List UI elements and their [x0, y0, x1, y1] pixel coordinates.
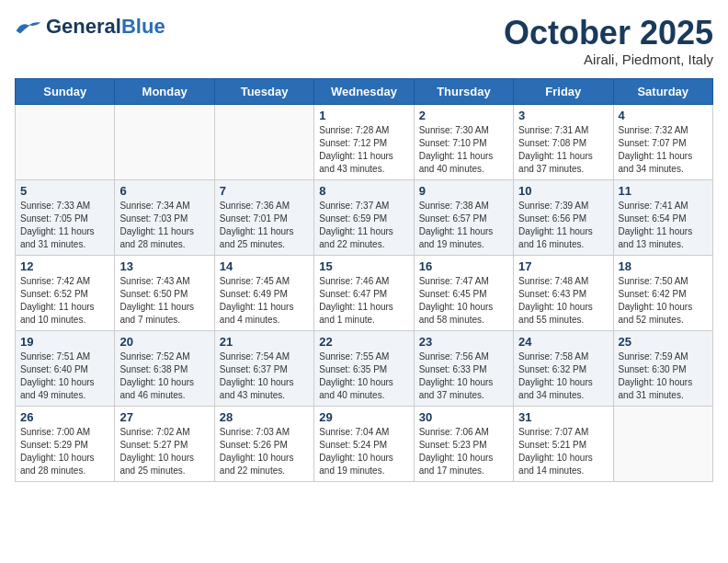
calendar-cell: 25Sunrise: 7:59 AM Sunset: 6:30 PM Dayli…: [613, 330, 712, 406]
day-info: Sunrise: 7:43 AM Sunset: 6:50 PM Dayligh…: [119, 275, 209, 327]
title-area: October 2025 Airali, Piedmont, Italy: [504, 15, 713, 67]
day-number: 4: [619, 109, 708, 122]
day-number: 8: [319, 184, 408, 198]
location-subtitle: Airali, Piedmont, Italy: [504, 52, 713, 67]
day-info: Sunrise: 7:00 AM Sunset: 5:29 PM Dayligh…: [20, 426, 109, 477]
day-info: Sunrise: 7:38 AM Sunset: 6:57 PM Dayligh…: [419, 200, 508, 251]
bird-icon: [15, 18, 42, 35]
calendar-week-row: 12Sunrise: 7:42 AM Sunset: 6:52 PM Dayli…: [16, 255, 713, 330]
calendar-cell: 22Sunrise: 7:55 AM Sunset: 6:35 PM Dayli…: [314, 330, 414, 406]
day-info: Sunrise: 7:31 AM Sunset: 7:08 PM Dayligh…: [518, 124, 608, 176]
month-title: October 2025: [504, 15, 713, 52]
calendar-cell: 18Sunrise: 7:50 AM Sunset: 6:42 PM Dayli…: [613, 255, 712, 330]
day-number: 31: [518, 410, 608, 424]
calendar-cell: 19Sunrise: 7:51 AM Sunset: 6:40 PM Dayli…: [16, 330, 115, 406]
calendar-cell: 31Sunrise: 7:07 AM Sunset: 5:21 PM Dayli…: [514, 406, 613, 481]
calendar-cell: 16Sunrise: 7:47 AM Sunset: 6:45 PM Dayli…: [414, 255, 513, 330]
calendar-cell: 23Sunrise: 7:56 AM Sunset: 6:33 PM Dayli…: [414, 330, 513, 406]
calendar-cell: 4Sunrise: 7:32 AM Sunset: 7:07 PM Daylig…: [613, 104, 712, 179]
day-number: 18: [619, 259, 708, 273]
calendar-cell: 21Sunrise: 7:54 AM Sunset: 6:37 PM Dayli…: [214, 330, 313, 406]
day-number: 16: [419, 259, 508, 273]
weekday-header-friday: Friday: [514, 78, 613, 104]
day-number: 30: [419, 410, 508, 424]
day-info: Sunrise: 7:39 AM Sunset: 6:56 PM Dayligh…: [518, 200, 608, 251]
calendar-table: SundayMondayTuesdayWednesdayThursdayFrid…: [15, 78, 713, 482]
calendar-cell: 15Sunrise: 7:46 AM Sunset: 6:47 PM Dayli…: [314, 255, 414, 330]
calendar-cell: 13Sunrise: 7:43 AM Sunset: 6:50 PM Dayli…: [115, 255, 214, 330]
day-info: Sunrise: 7:45 AM Sunset: 6:49 PM Dayligh…: [220, 275, 309, 327]
calendar-cell: 8Sunrise: 7:37 AM Sunset: 6:59 PM Daylig…: [314, 179, 414, 255]
day-number: 24: [518, 335, 608, 349]
calendar-cell: 20Sunrise: 7:52 AM Sunset: 6:38 PM Dayli…: [115, 330, 214, 406]
weekday-header-wednesday: Wednesday: [314, 78, 414, 104]
day-number: 19: [20, 335, 109, 349]
calendar-week-row: 5Sunrise: 7:33 AM Sunset: 7:05 PM Daylig…: [16, 179, 713, 255]
day-info: Sunrise: 7:04 AM Sunset: 5:24 PM Dayligh…: [319, 426, 408, 477]
calendar-cell: 26Sunrise: 7:00 AM Sunset: 5:29 PM Dayli…: [16, 406, 115, 481]
day-number: 10: [518, 184, 608, 198]
weekday-header-monday: Monday: [115, 78, 214, 104]
calendar-cell: 10Sunrise: 7:39 AM Sunset: 6:56 PM Dayli…: [514, 179, 613, 255]
calendar-cell: 1Sunrise: 7:28 AM Sunset: 7:12 PM Daylig…: [314, 104, 414, 179]
day-number: 21: [220, 335, 309, 349]
day-info: Sunrise: 7:30 AM Sunset: 7:10 PM Dayligh…: [419, 124, 508, 176]
logo: GeneralBlue: [15, 15, 165, 39]
calendar-cell: 2Sunrise: 7:30 AM Sunset: 7:10 PM Daylig…: [414, 104, 513, 179]
calendar-week-row: 19Sunrise: 7:51 AM Sunset: 6:40 PM Dayli…: [16, 330, 713, 406]
calendar-cell: [613, 406, 712, 481]
day-info: Sunrise: 7:56 AM Sunset: 6:33 PM Dayligh…: [419, 350, 508, 402]
day-info: Sunrise: 7:03 AM Sunset: 5:26 PM Dayligh…: [220, 426, 309, 477]
day-info: Sunrise: 7:33 AM Sunset: 7:05 PM Dayligh…: [20, 200, 109, 251]
day-number: 17: [518, 259, 608, 273]
day-number: 13: [119, 259, 209, 273]
weekday-header-saturday: Saturday: [613, 78, 712, 104]
calendar-cell: 6Sunrise: 7:34 AM Sunset: 7:03 PM Daylig…: [115, 179, 214, 255]
day-number: 15: [319, 259, 408, 273]
day-info: Sunrise: 7:28 AM Sunset: 7:12 PM Dayligh…: [319, 124, 408, 176]
day-number: 12: [20, 259, 109, 273]
day-info: Sunrise: 7:06 AM Sunset: 5:23 PM Dayligh…: [419, 426, 508, 477]
calendar-cell: 28Sunrise: 7:03 AM Sunset: 5:26 PM Dayli…: [214, 406, 313, 481]
day-number: 27: [119, 410, 209, 424]
day-info: Sunrise: 7:02 AM Sunset: 5:27 PM Dayligh…: [119, 426, 209, 477]
day-info: Sunrise: 7:47 AM Sunset: 6:45 PM Dayligh…: [419, 275, 508, 327]
calendar-cell: 3Sunrise: 7:31 AM Sunset: 7:08 PM Daylig…: [514, 104, 613, 179]
day-number: 3: [518, 109, 608, 122]
day-info: Sunrise: 7:48 AM Sunset: 6:43 PM Dayligh…: [518, 275, 608, 327]
day-number: 29: [319, 410, 408, 424]
logo-text: GeneralBlue: [46, 15, 165, 39]
calendar-cell: 5Sunrise: 7:33 AM Sunset: 7:05 PM Daylig…: [16, 179, 115, 255]
calendar-cell: 12Sunrise: 7:42 AM Sunset: 6:52 PM Dayli…: [16, 255, 115, 330]
day-number: 20: [119, 335, 209, 349]
day-number: 14: [220, 259, 309, 273]
day-info: Sunrise: 7:32 AM Sunset: 7:07 PM Dayligh…: [619, 124, 708, 176]
day-info: Sunrise: 7:07 AM Sunset: 5:21 PM Dayligh…: [518, 426, 608, 477]
day-number: 9: [419, 184, 508, 198]
day-info: Sunrise: 7:41 AM Sunset: 6:54 PM Dayligh…: [619, 200, 708, 251]
day-info: Sunrise: 7:58 AM Sunset: 6:32 PM Dayligh…: [518, 350, 608, 402]
day-info: Sunrise: 7:52 AM Sunset: 6:38 PM Dayligh…: [119, 350, 209, 402]
calendar-cell: 27Sunrise: 7:02 AM Sunset: 5:27 PM Dayli…: [115, 406, 214, 481]
day-info: Sunrise: 7:51 AM Sunset: 6:40 PM Dayligh…: [20, 350, 109, 402]
day-number: 25: [619, 335, 708, 349]
calendar-week-row: 1Sunrise: 7:28 AM Sunset: 7:12 PM Daylig…: [16, 104, 713, 179]
calendar-cell: 30Sunrise: 7:06 AM Sunset: 5:23 PM Dayli…: [414, 406, 513, 481]
day-info: Sunrise: 7:46 AM Sunset: 6:47 PM Dayligh…: [319, 275, 408, 327]
calendar-cell: [214, 104, 313, 179]
day-info: Sunrise: 7:36 AM Sunset: 7:01 PM Dayligh…: [220, 200, 309, 251]
calendar-week-row: 26Sunrise: 7:00 AM Sunset: 5:29 PM Dayli…: [16, 406, 713, 481]
day-number: 22: [319, 335, 408, 349]
day-info: Sunrise: 7:37 AM Sunset: 6:59 PM Dayligh…: [319, 200, 408, 251]
day-number: 23: [419, 335, 508, 349]
page-header: GeneralBlue October 2025 Airali, Piedmon…: [15, 15, 713, 67]
day-number: 7: [220, 184, 309, 198]
weekday-header-thursday: Thursday: [414, 78, 513, 104]
day-number: 6: [119, 184, 209, 198]
day-number: 5: [20, 184, 109, 198]
calendar-cell: 14Sunrise: 7:45 AM Sunset: 6:49 PM Dayli…: [214, 255, 313, 330]
day-number: 1: [319, 109, 408, 122]
day-info: Sunrise: 7:59 AM Sunset: 6:30 PM Dayligh…: [619, 350, 708, 402]
weekday-header-tuesday: Tuesday: [214, 78, 313, 104]
day-info: Sunrise: 7:54 AM Sunset: 6:37 PM Dayligh…: [220, 350, 309, 402]
